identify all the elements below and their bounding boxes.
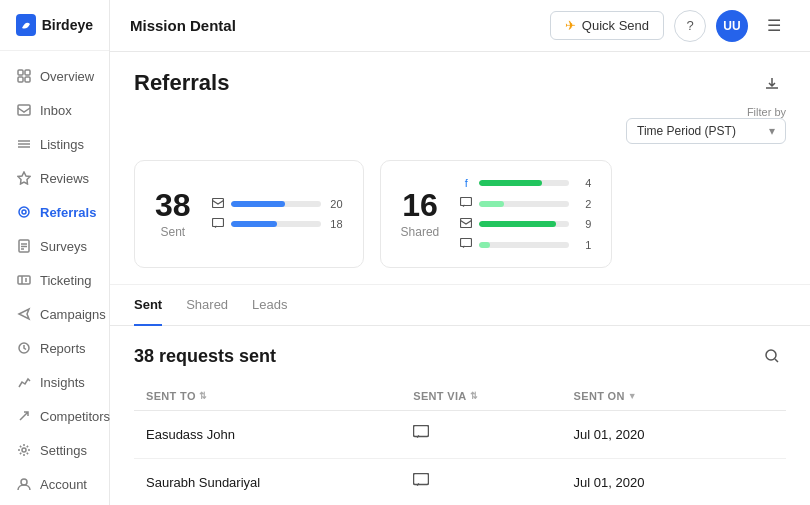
sms-bar-icon — [211, 218, 225, 231]
competitors-icon — [16, 408, 32, 424]
row-1-name: Easudass John — [146, 427, 413, 442]
shared-bar-track-4 — [479, 242, 569, 248]
sidebar-item-label-ticketing: Ticketing — [40, 273, 92, 288]
help-button[interactable]: ? — [674, 10, 706, 42]
sidebar-item-campaigns[interactable]: Campaigns — [0, 297, 109, 331]
hamburger-icon: ☰ — [767, 16, 781, 35]
sidebar-item-label-competitors: Competitors — [40, 409, 110, 424]
shared-bar-fill-4 — [479, 242, 490, 248]
sidebar-item-label-reports: Reports — [40, 341, 86, 356]
sidebar-item-label-reviews: Reviews — [40, 171, 89, 186]
svg-point-17 — [22, 448, 26, 452]
sidebar-item-overview[interactable]: Overview — [0, 59, 109, 93]
sidebar-item-reports[interactable]: Reports — [0, 331, 109, 365]
table-row[interactable]: Easudass John Jul 01, 2020 — [134, 411, 786, 459]
help-icon: ? — [686, 18, 693, 33]
svg-point-18 — [21, 479, 27, 485]
birdeye-logo-text: Birdeye — [42, 17, 93, 33]
sent-label: Sent — [160, 225, 185, 239]
sidebar-item-label-listings: Listings — [40, 137, 84, 152]
tab-shared[interactable]: Shared — [186, 285, 228, 326]
svg-rect-2 — [18, 77, 23, 82]
svg-point-9 — [19, 207, 29, 217]
sidebar-item-inbox[interactable]: Inbox — [0, 93, 109, 127]
sidebar-item-competitors[interactable]: Competitors — [0, 399, 109, 433]
svg-rect-25 — [414, 426, 429, 437]
account-icon — [16, 476, 32, 492]
tab-sent[interactable]: Sent — [134, 285, 162, 326]
email-bar-icon — [211, 198, 225, 210]
sidebar-item-account[interactable]: Account — [0, 467, 109, 501]
header-title: Mission Dental — [130, 17, 236, 34]
shared-number-section: 16 Shared — [401, 189, 440, 239]
sidebar-nav: Overview Inbox Listings Reviews Referral… — [0, 55, 109, 505]
insights-icon — [16, 374, 32, 390]
svg-rect-19 — [212, 198, 223, 207]
shared-bar-row-2: 2 — [459, 197, 591, 210]
listings-icon — [16, 136, 32, 152]
overview-icon — [16, 68, 32, 84]
shared-bar-value-2: 2 — [575, 198, 591, 210]
tab-leads[interactable]: Leads — [252, 285, 287, 326]
table-row[interactable]: Saurabh Sundariyal Jul 01, 2020 — [134, 459, 786, 505]
table-search-button[interactable] — [758, 342, 786, 370]
sms-bar-fill — [231, 221, 278, 227]
quick-send-button[interactable]: ✈ Quick Send — [550, 11, 664, 40]
col-header-sent-to[interactable]: SENT TO ⇅ — [146, 390, 413, 402]
shared-bar-value-1: 4 — [575, 177, 591, 189]
referrals-icon — [16, 204, 32, 220]
ticketing-icon — [16, 272, 32, 288]
sent-bar-row-email: 20 — [211, 198, 343, 210]
birdeye-logo-icon — [16, 14, 36, 36]
sent-bar-row-sms: 18 — [211, 218, 343, 231]
sms-bar-value: 18 — [327, 218, 343, 230]
settings-icon — [16, 442, 32, 458]
email-bar-value: 20 — [327, 198, 343, 210]
shared-bars: f 4 2 — [459, 177, 591, 251]
svg-rect-20 — [212, 218, 223, 226]
table-section: 38 requests sent SENT TO ⇅ SENT VIA ⇅ SE… — [110, 326, 810, 505]
sidebar-item-reviews[interactable]: Reviews — [0, 161, 109, 195]
avatar-initials: UU — [723, 19, 740, 33]
svg-rect-1 — [25, 70, 30, 75]
col-header-sent-on[interactable]: SENT ON ▼ — [574, 390, 774, 402]
row-2-via-icon — [413, 473, 573, 492]
sidebar-item-referrals[interactable]: Referrals — [0, 195, 109, 229]
shared-bar-value-3: 9 — [575, 218, 591, 230]
svg-point-10 — [22, 210, 26, 214]
shared-count: 16 — [402, 189, 438, 221]
sent-to-sort-icon: ⇅ — [199, 391, 207, 401]
sent-stat-card: 38 Sent 20 — [134, 160, 364, 268]
download-button[interactable] — [758, 70, 786, 98]
col-header-sent-via[interactable]: SENT VIA ⇅ — [413, 390, 573, 402]
shared-bar-track-2 — [479, 201, 569, 207]
sidebar-item-settings[interactable]: Settings — [0, 433, 109, 467]
table-title: 38 requests sent — [134, 346, 276, 367]
sidebar-item-insights[interactable]: Insights — [0, 365, 109, 399]
user-avatar[interactable]: UU — [716, 10, 748, 42]
sidebar-item-label-insights: Insights — [40, 375, 85, 390]
fb-bar-icon: f — [459, 177, 473, 189]
msg3-bar-icon — [459, 238, 473, 251]
menu-button[interactable]: ☰ — [758, 10, 790, 42]
svg-rect-22 — [461, 219, 472, 228]
shared-bar-track-3 — [479, 221, 569, 227]
msg2-bar-icon — [459, 197, 473, 210]
sidebar-item-listings[interactable]: Listings — [0, 127, 109, 161]
sidebar-item-surveys[interactable]: Surveys — [0, 229, 109, 263]
row-1-via-icon — [413, 425, 573, 444]
sidebar-item-label-account: Account — [40, 477, 87, 492]
surveys-icon — [16, 238, 32, 254]
sent-number-section: 38 Sent — [155, 189, 191, 239]
svg-rect-26 — [414, 474, 429, 485]
sent-bars: 20 18 — [211, 198, 343, 231]
sms-bar-track — [231, 221, 321, 227]
table-header-row: 38 requests sent — [134, 326, 786, 382]
email-bar-fill — [231, 201, 285, 207]
sidebar-item-ticketing[interactable]: Ticketing — [0, 263, 109, 297]
svg-rect-23 — [461, 239, 472, 247]
time-period-filter[interactable]: Time Period (PST) ▾ — [626, 118, 786, 144]
campaigns-icon — [16, 306, 32, 322]
stats-section: 38 Sent 20 — [110, 144, 810, 285]
header-actions: ✈ Quick Send ? UU ☰ — [550, 10, 790, 42]
